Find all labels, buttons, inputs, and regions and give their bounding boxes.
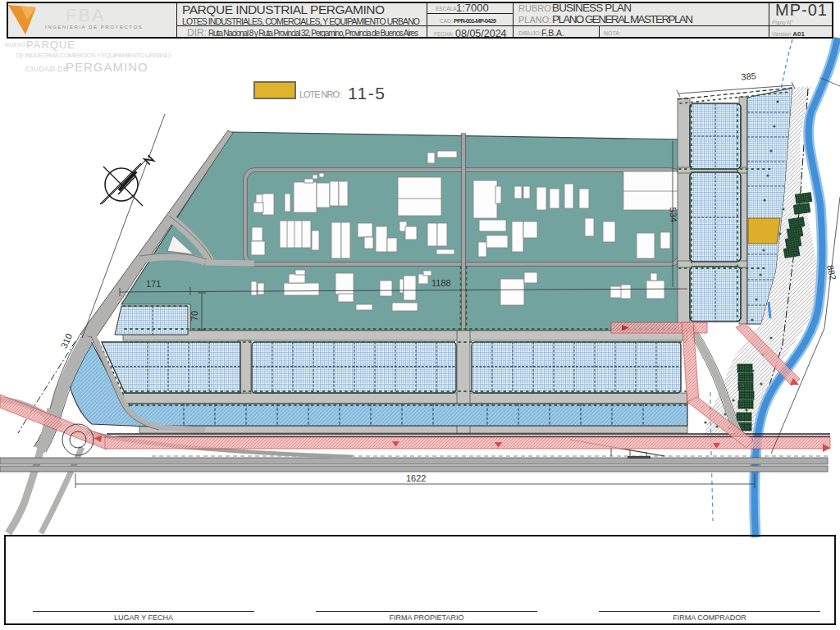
- svg-text:171: 171: [146, 279, 161, 289]
- svg-text:PARQUE: PARQUE: [26, 39, 75, 51]
- svg-text:70: 70: [189, 311, 199, 321]
- svg-text:11-5: 11-5: [348, 84, 386, 103]
- svg-text:NUEVO: NUEVO: [5, 42, 26, 48]
- svg-text:1622: 1622: [406, 473, 426, 483]
- svg-text:PPR-001-MP-0429: PPR-001-MP-0429: [454, 17, 496, 25]
- svg-text:882: 882: [825, 264, 838, 281]
- svg-text:PERGAMINO: PERGAMINO: [66, 60, 148, 74]
- svg-text:ESCALA:: ESCALA:: [436, 6, 459, 11]
- svg-text:1188: 1188: [431, 278, 451, 288]
- svg-text:MP-01: MP-01: [775, 1, 828, 19]
- svg-text:CIUDAD DE: CIUDAD DE: [25, 65, 68, 73]
- svg-text:DE INDUSTRIAS COMERCIOS Y EQUI: DE INDUSTRIAS COMERCIOS Y EQUIPAMIENTO U…: [16, 52, 171, 59]
- svg-text:NOTA:: NOTA:: [604, 30, 621, 36]
- svg-text:1:7000: 1:7000: [456, 2, 489, 14]
- svg-text:BUSINESS PLAN: BUSINESS PLAN: [552, 2, 632, 14]
- svg-text:RUBRO:: RUBRO:: [518, 3, 554, 13]
- svg-text:Plano N°: Plano N°: [772, 20, 793, 25]
- svg-text:FBA: FBA: [66, 5, 106, 25]
- svg-text:DIR:: DIR:: [187, 27, 207, 39]
- svg-text:PLANO:: PLANO:: [518, 15, 551, 25]
- svg-text:08/05/2024: 08/05/2024: [455, 28, 507, 39]
- svg-text:LOTES INDUSTRIALES, COMERCIALE: LOTES INDUSTRIALES, COMERCIALES, Y EQUIP…: [182, 16, 420, 26]
- svg-text:F.B.A.: F.B.A.: [541, 28, 564, 38]
- svg-text:CAD:: CAD:: [440, 18, 453, 24]
- svg-text:PARQUE INDUSTRIAL PERGAMINO: PARQUE INDUSTRIAL PERGAMINO: [182, 2, 385, 16]
- svg-text:Ruta Nacional 8 y Ruta Provinc: Ruta Nacional 8 y Ruta Provincial 32, Pe…: [208, 29, 418, 38]
- svg-text:Version A01: Version A01: [772, 30, 806, 38]
- svg-text:PLANO GENERAL MASTERPLAN: PLANO GENERAL MASTERPLAN: [552, 13, 693, 25]
- svg-text:534: 534: [669, 207, 679, 222]
- svg-text:LOTE NRO:: LOTE NRO:: [299, 89, 341, 99]
- svg-text:FECHA:: FECHA:: [434, 31, 454, 37]
- svg-text:310: 310: [59, 332, 75, 350]
- svg-text:DIBUJO:: DIBUJO:: [518, 30, 541, 36]
- svg-text:INGENIERIA DE PROYECTOS: INGENIERIA DE PROYECTOS: [45, 25, 143, 30]
